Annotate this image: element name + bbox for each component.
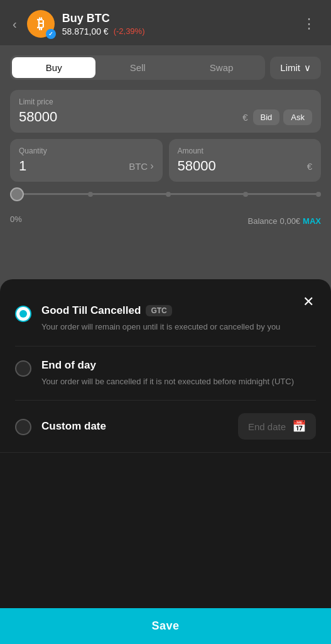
custom-date-content: Custom date End date 📅 <box>41 413 316 440</box>
amount-label: Amount <box>178 147 313 155</box>
tab-swap[interactable]: Swap <box>180 57 263 78</box>
tab-sell[interactable]: Sell <box>95 57 179 78</box>
quantity-value[interactable]: 1 <box>19 158 26 174</box>
divider <box>0 452 331 453</box>
balance-value: 0,00€ <box>280 216 301 226</box>
limit-price-value[interactable]: 58000 <box>19 109 57 125</box>
option-eod-content: End of day Your order will be cancelled … <box>41 359 316 388</box>
limit-price-currency: € <box>242 112 247 123</box>
calendar-icon: 📅 <box>292 419 306 433</box>
slider-dot-3 <box>243 192 248 197</box>
option-gtc-row: Good Till Cancelled GTC Your order will … <box>15 292 316 347</box>
ask-button[interactable]: Ask <box>283 109 312 125</box>
quantity-row: 1 BTC › <box>19 158 154 174</box>
more-button[interactable]: ⋮ <box>297 13 321 35</box>
slider-track[interactable] <box>10 193 321 195</box>
slider-row <box>10 188 321 197</box>
end-date-button[interactable]: End date 📅 <box>238 413 316 440</box>
slider-dot-4 <box>316 192 321 197</box>
pct-label: 0% <box>10 214 22 224</box>
coin-price-change: (-2,39%) <box>114 26 145 36</box>
limit-price-row: 58000 € Bid Ask <box>19 109 312 125</box>
bid-ask-group: Bid Ask <box>253 109 312 125</box>
slider-dot-2 <box>166 192 171 197</box>
quantity-currency: BTC <box>129 161 148 172</box>
tab-buy[interactable]: Buy <box>12 57 95 78</box>
option-gtc-desc: Your order will remain open until it is … <box>41 321 316 333</box>
coin-info: Buy BTC 58.871,00 € (-2,39%) <box>62 12 290 36</box>
quantity-arrow[interactable]: › <box>150 160 153 172</box>
order-type-button[interactable]: Limit ∨ <box>270 57 321 79</box>
option-gtc-content: Good Till Cancelled GTC Your order will … <box>41 304 316 333</box>
tabs-group: Buy Sell Swap <box>10 55 265 80</box>
slider-dot-1 <box>88 192 93 197</box>
option-eod-title: End of day <box>41 359 96 372</box>
balance-row: Balance 0,00€ MAX <box>10 216 321 226</box>
amount-value[interactable]: 58000 <box>178 158 216 174</box>
radio-gtc-inner <box>19 310 27 318</box>
bid-button[interactable]: Bid <box>253 109 280 125</box>
end-date-text: End date <box>248 421 286 432</box>
limit-price-card: Limit price 58000 € Bid Ask <box>10 90 321 133</box>
amount-card: Amount 58000 € <box>169 139 322 182</box>
quantity-card: Quantity 1 BTC › <box>10 139 163 182</box>
coin-icon: ₿ ✓ <box>27 10 55 38</box>
option-gtc-title: Good Till Cancelled <box>41 304 141 317</box>
gtc-badge: GTC <box>146 305 171 316</box>
coin-name: Buy BTC <box>62 12 290 25</box>
back-button[interactable]: ‹ <box>10 14 19 34</box>
quantity-label: Quantity <box>19 147 154 155</box>
main-content: Buy Sell Swap Limit ∨ Limit price 58000 … <box>0 45 331 238</box>
radio-eod[interactable] <box>15 360 31 377</box>
slider-thumb[interactable] <box>10 187 24 201</box>
radio-custom[interactable] <box>15 419 31 435</box>
radio-gtc[interactable] <box>15 306 31 322</box>
amount-currency: € <box>307 161 312 172</box>
tabs-row: Buy Sell Swap Limit ∨ <box>10 55 321 80</box>
verified-badge: ✓ <box>46 29 56 39</box>
amount-row: 58000 € <box>178 158 313 174</box>
coin-price-value: 58.871,00 € <box>62 26 109 36</box>
header: ‹ ₿ ✓ Buy BTC 58.871,00 € (-2,39%) ⋮ <box>0 0 331 45</box>
bottom-sheet: ✕ Good Till Cancelled GTC Your order wil… <box>0 279 331 644</box>
limit-price-label: Limit price <box>19 97 312 106</box>
coin-price-row: 58.871,00 € (-2,39%) <box>62 26 290 36</box>
max-button[interactable]: MAX <box>303 216 321 226</box>
option-gtc-title-row: Good Till Cancelled GTC <box>41 304 316 317</box>
custom-date-row: Custom date End date 📅 <box>15 401 316 452</box>
option-eod-title-row: End of day <box>41 359 316 372</box>
close-button[interactable]: ✕ <box>298 292 318 312</box>
option-eod-row: End of day Your order will be cancelled … <box>15 347 316 401</box>
quantity-amount-row: Quantity 1 BTC › Amount 58000 € <box>10 139 321 182</box>
custom-date-title: Custom date <box>41 420 106 433</box>
save-button[interactable]: Save <box>0 608 331 644</box>
balance-label: Balance <box>248 216 278 226</box>
option-eod-desc: Your order will be cancelled if it is no… <box>41 375 316 388</box>
